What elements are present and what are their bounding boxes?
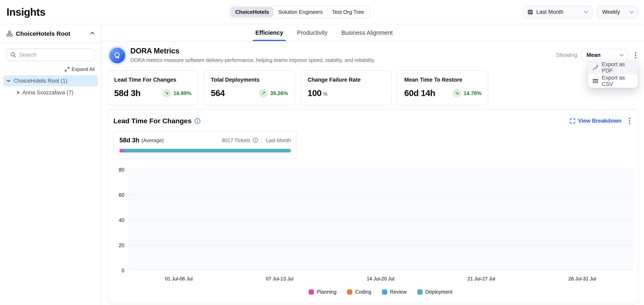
sidebar-header: ChoiceHotels Root <box>0 25 101 43</box>
tab-label: Productivity <box>297 29 328 36</box>
plot-area <box>128 170 632 270</box>
menu-item-export-csv[interactable]: Export as CSV <box>588 74 638 88</box>
sidebar-collapse-button[interactable] <box>90 30 95 37</box>
sidebar-search <box>6 48 95 61</box>
dora-title: DORA Metrics <box>130 47 375 55</box>
org-tab-test-org-tree[interactable]: Test Org Tree <box>328 7 368 17</box>
legend-item-planning[interactable]: Planning <box>308 289 336 295</box>
phase-segment-deployment <box>126 149 291 152</box>
metric-card-value: 564 <box>211 88 225 98</box>
x-tick-label: 14 Jul-20 Jul <box>367 276 394 282</box>
org-tree: ChoiceHotels Root (1) Anna Scozzafava (7… <box>0 75 101 98</box>
tree-item-choicehotels-root[interactable]: ChoiceHotels Root (1) <box>3 75 98 86</box>
legend-item-deployment[interactable]: Deployment <box>417 289 452 295</box>
trend-arrow-icon: ↘ <box>162 89 171 97</box>
y-axis: 020406080 <box>113 170 128 270</box>
trend-value: 39.26% <box>270 90 288 96</box>
sitemap-icon <box>6 31 12 37</box>
trend-badge: ↘ 14.78% <box>453 89 482 97</box>
dora-kebab-menu-button[interactable] <box>632 50 639 60</box>
tab-business-alignment[interactable]: Business Alignment <box>340 24 394 41</box>
info-icon[interactable] <box>253 138 258 143</box>
legend-item-review[interactable]: Review <box>382 289 407 295</box>
metric-tabbar: Efficiency Productivity Business Alignme… <box>102 24 644 41</box>
metric-card-lead-time: Lead Time For Changes 58d 3h ↘ 16.99% <box>107 70 198 105</box>
legend-label: Deployment <box>426 289 452 295</box>
stacked-bar-week-4[interactable] <box>476 198 486 270</box>
insights-page: Insights ChoiceHotels Solution Engineers… <box>0 0 644 305</box>
metric-card-mean-time-to-restore: Mean Time To Restore 60d 14h ↘ 14.78% <box>397 70 488 105</box>
dora-subtitle: DORA metrics measure software delivery p… <box>130 57 375 63</box>
showing-value: Mean <box>586 52 600 58</box>
lead-time-chart: 020406080 01 Jul-06 Jul07 Jul-13 Jul14 J… <box>113 170 632 295</box>
phase-segment-planning <box>120 149 122 152</box>
tree-item-anna-scozzafava[interactable]: Anna Scozzafava (7) <box>12 87 98 98</box>
stacked-bar-week-2[interactable] <box>275 181 285 270</box>
gridline <box>128 194 632 195</box>
summary-period: Last Month <box>266 137 291 143</box>
stacked-bar-week-3[interactable] <box>376 218 386 270</box>
legend-swatch <box>347 289 352 295</box>
search-input[interactable] <box>6 48 95 61</box>
chart-legend: PlanningCodingReviewDeployment <box>128 289 632 295</box>
menu-item-label: Export as CSV <box>602 75 634 87</box>
chevron-down-icon <box>620 52 624 56</box>
dora-header: DORA Metrics DORA metrics measure softwa… <box>107 47 639 63</box>
metric-cards-row: Lead Time For Changes 58d 3h ↘ 16.99% To… <box>107 70 639 105</box>
legend-item-coding[interactable]: Coding <box>347 289 371 295</box>
legend-label: Review <box>390 289 407 295</box>
trend-badge: ↘ 16.99% <box>162 89 191 97</box>
chart-line-icon <box>592 65 598 71</box>
chevron-down-icon <box>7 79 10 82</box>
lead-kebab-menu-button[interactable] <box>626 116 632 126</box>
tab-efficiency[interactable]: Efficiency <box>254 24 284 41</box>
time-range-value: Last Month <box>536 9 564 15</box>
granularity-select[interactable]: Weekly <box>597 6 638 18</box>
expand-diagonal-icon <box>64 67 70 72</box>
tab-productivity[interactable]: Productivity <box>296 24 328 41</box>
org-tab-solution-engineers[interactable]: Solution Engineers <box>274 7 327 17</box>
search-icon <box>10 52 16 58</box>
y-tick-label: 0 <box>122 268 124 274</box>
table-icon <box>592 78 598 84</box>
dora-cycle-icon <box>109 47 125 63</box>
page-title: Insights <box>6 6 45 18</box>
tab-label: Business Alignment <box>341 29 393 36</box>
x-tick-label: 07 Jul-13 Jul <box>266 276 294 282</box>
tickets-count: 8017 Tickets <box>222 137 250 143</box>
showing-select[interactable]: Mean <box>582 49 628 61</box>
time-range-select[interactable]: Last Month <box>522 6 592 18</box>
view-breakdown-button[interactable]: View Breakdown <box>570 118 622 124</box>
info-icon[interactable] <box>194 118 200 124</box>
chevron-right-icon <box>16 91 19 94</box>
metric-card-total-deployments: Total Deployments 564 ↗ 39.26% <box>204 70 295 105</box>
legend-swatch <box>382 289 387 295</box>
metric-card-title: Mean Time To Restore <box>404 77 482 83</box>
metric-card-suffix: % <box>323 91 327 97</box>
phase-segment-review <box>122 149 126 152</box>
stacked-bar-week-1[interactable] <box>174 189 184 270</box>
granularity-value: Weekly <box>602 9 620 15</box>
gridline <box>128 270 632 270</box>
org-tab-choicehotels[interactable]: ChoiceHotels <box>231 7 274 17</box>
stacked-bar-week-5[interactable] <box>577 228 587 270</box>
trend-arrow-icon: ↗ <box>259 89 268 97</box>
dora-controls: Showing Mean <box>556 49 639 61</box>
menu-item-export-pdf[interactable]: Export as PDF <box>588 61 638 74</box>
metric-card-value: 58d 3h <box>114 88 140 98</box>
legend-label: Coding <box>355 289 371 295</box>
chevron-down-icon <box>630 9 634 13</box>
y-tick-label: 40 <box>119 217 124 223</box>
tree-item-label: ChoiceHotels Root (1) <box>14 78 68 84</box>
metric-card-change-failure-rate: Change Failure Rate 100 % <box>301 70 392 105</box>
expand-all-button[interactable]: Expand All <box>6 66 95 72</box>
x-tick-label: 28 Jul-31 Jul <box>568 276 596 282</box>
x-tick-label: 01 Jul-06 Jul <box>165 276 192 282</box>
dora-content: DORA Metrics DORA metrics measure softwa… <box>102 47 644 304</box>
metric-card-title: Total Deployments <box>211 77 288 83</box>
showing-label: Showing <box>556 52 577 58</box>
org-tree-sidebar: ChoiceHotels Root Expand All ChoiceHotel… <box>0 25 102 305</box>
menu-item-label: Export as PDF <box>602 61 634 74</box>
dora-title-block: DORA Metrics DORA metrics measure softwa… <box>130 47 375 63</box>
view-breakdown-label: View Breakdown <box>578 118 622 124</box>
